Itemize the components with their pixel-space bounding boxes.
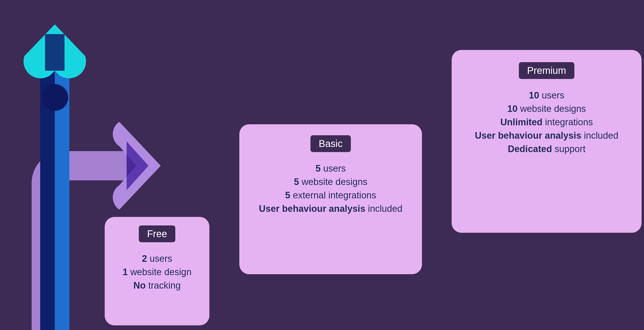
feature-line: 5 external integrations [239,189,422,202]
tier-features-premium: 10 users10 website designsUnlimited inte… [452,89,642,156]
feature-line: 2 users [105,252,210,265]
tier-card-premium: Premium 10 users10 website designsUnlimi… [452,50,642,233]
feature-line: 1 website design [105,265,210,279]
feature-line: No tracking [105,279,210,292]
feature-line: 5 website designs [239,175,422,189]
feature-line: Dedicated support [452,142,642,156]
svg-point-2 [42,84,68,111]
tier-label-premium: Premium [519,62,574,79]
tier-features-basic: 5 users5 website designs5 external integ… [239,162,422,215]
tier-label-basic: Basic [310,135,351,152]
feature-line: Unlimited integrations [452,116,642,129]
feature-line: 10 website designs [452,102,642,116]
feature-line: 10 users [452,89,642,102]
feature-line: User behaviour analysis included [452,129,642,142]
tier-card-basic: Basic 5 users5 website designs5 external… [239,124,422,274]
tier-card-free: Free 2 users1 website designNo tracking [105,217,210,325]
feature-line: User behaviour analysis included [239,202,422,215]
tier-features-free: 2 users1 website designNo tracking [105,252,210,292]
tier-label-free: Free [139,225,175,242]
feature-line: 5 users [239,162,422,175]
